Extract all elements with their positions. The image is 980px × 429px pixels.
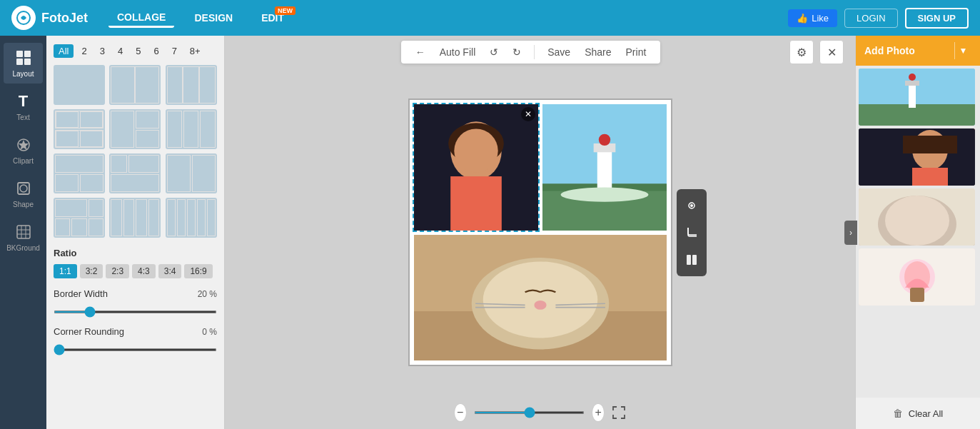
corner-rounding-slider-wrap [54,341,217,354]
svg-point-30 [534,300,546,309]
add-photo-button[interactable]: Add Photo ▼ [856,36,980,66]
ratio-tabs: 1:1 3:2 2:3 4:3 3:4 16:9 [54,264,217,278]
photo-cell-3[interactable] [414,235,667,361]
layout-thumb-8[interactable] [109,153,161,193]
strip-photo-1[interactable] [859,69,975,126]
strip-photo-3[interactable] [859,188,975,246]
plus-icon: + [595,406,602,419]
svg-rect-1 [16,51,23,57]
strip-photo-2[interactable] [859,128,975,186]
layout-thumb-10[interactable] [54,198,105,238]
svg-rect-3 [16,59,23,65]
layout-thumb-6[interactable] [166,109,217,149]
photo-cell-1[interactable]: ✕ [414,104,538,231]
zoom-bar: − + [454,396,626,429]
gear-icon: ⚙ [797,46,807,59]
ratio-tab-16-9[interactable]: 16:9 [184,264,212,278]
canvas-toolbar: ← Auto Fill ↺ ↻ Save Share [225,36,855,69]
svg-rect-2 [24,51,31,57]
logo-text: FotoJet [41,11,88,26]
trash-icon: 🗑 [893,408,903,419]
filter-tab-4[interactable]: 4 [113,44,128,58]
panel-collapse-arrow[interactable]: › [844,221,857,245]
filter-tab-6[interactable]: 6 [148,44,163,58]
corner-rounding-slider[interactable] [54,348,217,351]
corner-rounding-value: 0 % [202,327,217,337]
border-width-row: Border Width 20 % [54,288,217,299]
layout-thumb-9[interactable] [166,153,217,193]
logo: FotoJet [11,6,97,30]
login-button[interactable]: LOGIN [844,9,897,28]
ratio-tab-3-2[interactable]: 3:2 [80,264,103,278]
layout-thumb-3[interactable] [166,65,217,105]
signup-button[interactable]: SIGN UP [905,8,969,29]
tool-bkground[interactable]: BKGround [4,217,43,258]
autofill-button[interactable]: Auto Fill [435,45,480,59]
ratio-tab-3-4[interactable]: 3:4 [158,264,182,278]
redo-button[interactable]: ↻ [508,45,525,59]
fullscreen-button[interactable] [612,402,626,423]
zoom-in-button[interactable]: + [592,403,605,422]
layout-thumb-4[interactable] [54,109,105,149]
clear-all-button[interactable]: 🗑 Clear All [856,398,980,429]
border-width-slider[interactable] [54,311,217,313]
close-canvas-button[interactable]: ✕ [819,40,844,64]
crop-tool[interactable] [680,221,704,245]
ratio-tab-1-1[interactable]: 1:1 [54,264,77,278]
tool-shape[interactable]: Shape [4,173,43,214]
nav-item-design[interactable]: DESIGN [186,9,241,26]
filter-tab-3[interactable]: 3 [95,44,110,58]
svg-rect-42 [905,81,919,86]
tool-text[interactable]: T Text [4,86,43,127]
border-width-value: 20 % [198,289,217,299]
ratio-tab-4-3[interactable]: 4:3 [132,264,156,278]
toolbar-right: ⚙ ✕ [789,40,844,64]
photo-cell-2[interactable] [542,104,667,231]
split-tool[interactable] [680,248,704,272]
minus-icon: − [457,406,463,419]
ratio-label: Ratio [54,248,217,258]
float-tools [677,189,707,276]
filter-tab-8plus[interactable]: 8+ [185,44,206,58]
tool-clipart-label: Clipart [13,157,34,165]
like-button[interactable]: 👍 Like [788,9,837,27]
filter-tab-all[interactable]: All [54,44,74,58]
zoom-out-button[interactable]: − [454,403,467,422]
brightness-tool[interactable] [680,193,704,218]
filter-tab-7[interactable]: 7 [167,44,182,58]
layout-thumb-12[interactable] [166,198,217,238]
svg-point-24 [598,134,610,146]
add-photo-dropdown-icon[interactable]: ▼ [954,42,971,59]
text-icon: T [14,92,33,111]
nav-item-collage[interactable]: COLLAGE [108,9,174,28]
share-button[interactable]: Share [580,45,615,59]
undo-button[interactable]: ↺ [485,45,502,59]
cell-close-1[interactable]: ✕ [521,107,535,121]
filter-tab-2[interactable]: 2 [76,44,91,58]
settings-button[interactable]: ⚙ [789,40,814,64]
layout-thumb-5[interactable] [109,109,161,149]
layout-thumb-1[interactable] [54,65,105,105]
layout-thumb-7[interactable] [54,153,105,193]
svg-rect-47 [903,136,957,153]
ratio-tab-2-3[interactable]: 2:3 [106,264,129,278]
clipart-icon [14,136,33,154]
filter-tab-5[interactable]: 5 [131,44,146,58]
save-button[interactable]: Save [543,45,575,59]
nav-item-edit[interactable]: EDIT NEW [253,9,293,26]
print-button[interactable]: Print [622,45,651,59]
clear-all-label: Clear All [909,408,943,419]
back-button[interactable]: ← [411,45,430,59]
layout-thumb-2[interactable] [109,65,161,105]
zoom-slider[interactable] [474,411,585,414]
tool-layout[interactable]: Layout [4,43,43,84]
tool-text-label: Text [16,113,29,121]
tool-layout-label: Layout [12,70,34,78]
svg-point-43 [909,74,916,81]
layout-thumb-11[interactable] [109,198,161,238]
collage-canvas: ✕ [225,69,855,396]
tool-clipart[interactable]: Clipart [4,130,43,171]
strip-photo-4[interactable] [859,248,975,306]
svg-point-8 [20,185,27,192]
svg-rect-4 [24,59,31,65]
